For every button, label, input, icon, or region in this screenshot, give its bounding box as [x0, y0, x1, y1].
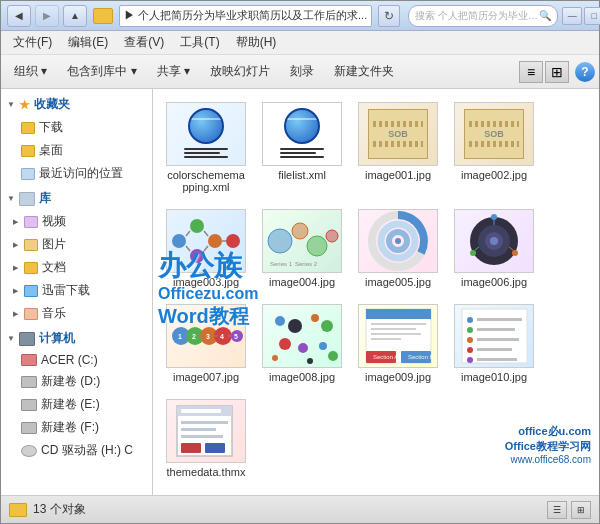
svg-point-65 — [467, 317, 473, 323]
file-name: colorschemema pping.xml — [166, 169, 246, 193]
sidebar-item-drive-f[interactable]: 新建卷 (F:) — [1, 416, 152, 439]
file-item[interactable]: filelist.xml — [257, 97, 347, 198]
svg-point-46 — [311, 314, 319, 322]
svg-point-51 — [272, 355, 278, 361]
sidebar-item-pictures[interactable]: ▶ 图片 — [1, 233, 152, 256]
svg-point-47 — [321, 320, 333, 332]
organize-label: 组织 ▾ — [14, 63, 47, 80]
svg-point-26 — [470, 250, 476, 256]
help-button[interactable]: ? — [575, 62, 595, 82]
svg-rect-55 — [366, 309, 431, 319]
slideshow-label: 放映幻灯片 — [210, 63, 270, 80]
sidebar-item-download[interactable]: 下载 — [1, 116, 152, 139]
folder-icon — [21, 145, 35, 157]
view-extra-button[interactable]: ≡ — [519, 61, 543, 83]
sidebar-item-desktop[interactable]: 桌面 — [1, 139, 152, 162]
menu-edit[interactable]: 编辑(E) — [60, 32, 116, 53]
share-button[interactable]: 共享 ▾ — [148, 59, 199, 85]
computer-section: ▼ 计算机 ACER (C:) 新建卷 (D:) 新建卷 (E:) — [1, 327, 152, 462]
menu-help[interactable]: 帮助(H) — [228, 32, 285, 53]
file-item[interactable]: colorschemema pping.xml — [161, 97, 251, 198]
file-item[interactable]: themedata.thmx — [161, 394, 251, 483]
minimize-button[interactable]: — — [562, 7, 582, 25]
view-list-button[interactable]: ☰ — [547, 501, 567, 519]
sidebar-item-acer[interactable]: ACER (C:) — [1, 350, 152, 370]
infographic-svg — [457, 211, 532, 271]
file-name: image010.jpg — [461, 371, 527, 383]
include-library-label: 包含到库中 ▾ — [67, 63, 136, 80]
slideshow-button[interactable]: 放映幻灯片 — [201, 59, 279, 85]
file-item[interactable]: Series 1 Series 2 image004.jpg — [257, 204, 347, 293]
file-thumbnail: 1 2 3 4 5 — [166, 304, 246, 368]
sob-content: SOB — [455, 103, 533, 165]
file-name: filelist.xml — [278, 169, 326, 181]
folder-icon — [21, 168, 35, 180]
maximize-button[interactable]: □ — [584, 7, 600, 25]
sidebar-item-video[interactable]: ▶ 视频 — [1, 210, 152, 233]
sidebar-item-recent[interactable]: 最近访问的位置 — [1, 162, 152, 185]
menu-bar: 文件(F) 编辑(E) 查看(V) 工具(T) 帮助(H) — [1, 31, 599, 55]
svg-rect-59 — [371, 338, 401, 340]
svg-point-2 — [208, 234, 222, 248]
address-text: ▶ 个人把简历分为毕业求职简历以及工作后的求... — [124, 8, 367, 23]
file-item[interactable]: Section A Section B image009.jpg — [353, 299, 443, 388]
svg-rect-68 — [477, 328, 515, 331]
svg-line-5 — [186, 231, 190, 236]
view-toggle-button[interactable]: ⊞ — [545, 61, 569, 83]
svg-rect-70 — [477, 338, 519, 341]
up-button[interactable]: ▲ — [63, 5, 87, 27]
file-name: image009.jpg — [365, 371, 431, 383]
file-item[interactable]: SOB image001.jpg — [353, 97, 443, 198]
svg-point-4 — [226, 234, 240, 248]
svg-text:Series 2: Series 2 — [295, 261, 318, 267]
library-header[interactable]: ▼ 库 — [1, 187, 152, 210]
file-item[interactable]: image010.jpg — [449, 299, 539, 388]
file-item[interactable]: image005.jpg — [353, 204, 443, 293]
svg-line-8 — [186, 246, 190, 251]
file-item[interactable]: 1 2 3 4 5 image007.jpg — [161, 299, 251, 388]
sidebar-item-documents[interactable]: ▶ 文档 — [1, 256, 152, 279]
new-folder-button[interactable]: 新建文件夹 — [325, 59, 403, 85]
sidebar-item-music[interactable]: ▶ 音乐 — [1, 302, 152, 325]
include-library-button[interactable]: 包含到库中 ▾ — [58, 59, 145, 85]
file-item[interactable]: SOB image002.jpg — [449, 97, 539, 198]
file-item[interactable]: image006.jpg — [449, 204, 539, 293]
burn-button[interactable]: 刻录 — [281, 59, 323, 85]
cd-icon — [21, 445, 37, 457]
svg-point-44 — [275, 316, 285, 326]
favorites-header[interactable]: ▼ ★ 收藏夹 — [1, 93, 152, 116]
main-area: ▼ ★ 收藏夹 下载 桌面 最近访问的位置 — [1, 89, 599, 495]
svg-point-69 — [467, 337, 473, 343]
computer-label: 计算机 — [39, 330, 75, 347]
file-item[interactable]: image008.jpg — [257, 299, 347, 388]
forward-button[interactable]: ▶ — [35, 5, 59, 27]
computer-header[interactable]: ▼ 计算机 — [1, 327, 152, 350]
organize-button[interactable]: 组织 ▾ — [5, 59, 56, 85]
sidebar-item-drive-d[interactable]: 新建卷 (D:) — [1, 370, 152, 393]
sidebar-item-drive-e[interactable]: 新建卷 (E:) — [1, 393, 152, 416]
svg-rect-74 — [477, 358, 517, 361]
view-grid-button[interactable]: ⊞ — [571, 501, 591, 519]
svg-rect-78 — [181, 421, 228, 424]
svg-point-10 — [268, 229, 292, 253]
menu-file[interactable]: 文件(F) — [5, 32, 60, 53]
infographic-svg: Section A Section B — [361, 306, 436, 366]
infographic-svg — [457, 306, 532, 366]
svg-text:1: 1 — [178, 333, 182, 340]
address-bar[interactable]: ▶ 个人把简历分为毕业求职简历以及工作后的求... — [119, 5, 372, 27]
globe-icon — [284, 108, 320, 144]
search-bar[interactable]: 搜索 个人把简历分为毕业求职简历以及工作后... 🔍 — [408, 5, 558, 27]
file-item[interactable]: image003.jpg — [161, 204, 251, 293]
refresh-button[interactable]: ↻ — [378, 5, 400, 27]
desktop-label: 桌面 — [39, 142, 63, 159]
file-thumbnail: SOB — [454, 102, 534, 166]
chevron-down-icon: ▼ — [7, 100, 15, 109]
menu-tools[interactable]: 工具(T) — [172, 32, 227, 53]
svg-point-48 — [279, 338, 291, 350]
sidebar-item-cd[interactable]: CD 驱动器 (H:) C — [1, 439, 152, 462]
back-button[interactable]: ◀ — [7, 5, 31, 27]
menu-view[interactable]: 查看(V) — [116, 32, 172, 53]
chevron-right-icon: ▶ — [13, 310, 18, 318]
pictures-label: 图片 — [42, 236, 66, 253]
sidebar-item-thunder[interactable]: ▶ 迅雷下载 — [1, 279, 152, 302]
